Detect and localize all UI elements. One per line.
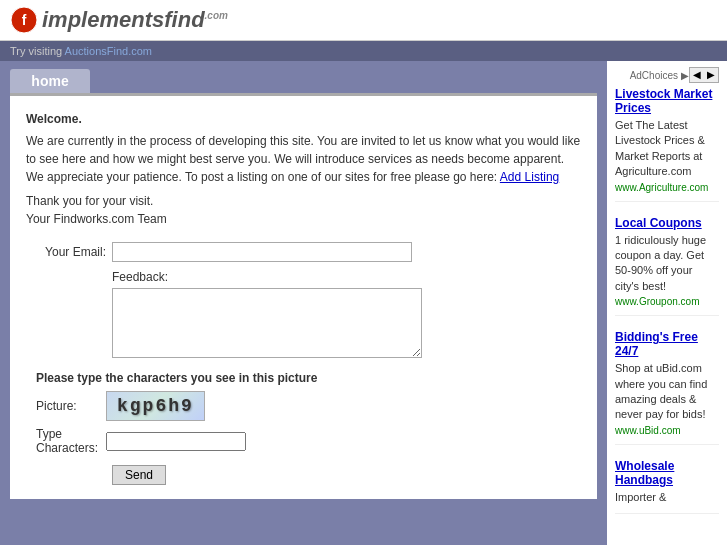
logo-com: .com xyxy=(205,10,228,21)
ad-desc-1: 1 ridiculously huge coupon a day. Get 50… xyxy=(615,234,706,292)
picture-row: Picture: kgp6h9 xyxy=(36,391,581,421)
ad-title-1[interactable]: Local Coupons xyxy=(615,216,719,230)
welcome-text: Welcome. We are currently in the process… xyxy=(26,110,581,228)
ad-url-1: www.Groupon.com xyxy=(615,296,719,307)
logo-wordmark: implementsfind xyxy=(42,7,205,32)
ad-desc-0: Get The Latest Livestock Prices & Market… xyxy=(615,119,705,177)
type-label: Type Characters: xyxy=(36,427,106,455)
captcha-section: Please type the characters you see in th… xyxy=(36,371,581,485)
main-layout: home Welcome. We are currently in the pr… xyxy=(0,61,727,545)
ad-title-3[interactable]: Wholesale Handbags xyxy=(615,459,719,487)
team-text: Your Findworks.com Team xyxy=(26,210,581,228)
type-label-text: Type Characters: xyxy=(36,427,98,455)
content-area: home Welcome. We are currently in the pr… xyxy=(0,61,607,545)
ad-nav: ◀ ▶ xyxy=(689,67,719,83)
email-input[interactable] xyxy=(112,242,412,262)
sidebar: AdChoices ▶ ◀ ▶ Livestock Market Prices … xyxy=(607,61,727,545)
ad-block-2: Bidding's Free 24/7 Shop at uBid.com whe… xyxy=(615,330,719,445)
feedback-area xyxy=(112,288,581,361)
svg-text:f: f xyxy=(22,12,27,28)
ad-desc-3: Importer & xyxy=(615,491,666,503)
navbar: Try visiting AuctionsFind.com xyxy=(0,41,727,61)
email-row: Your Email: xyxy=(26,242,581,262)
logo-area: f implementsfind.com xyxy=(10,6,228,34)
picture-label: Picture: xyxy=(36,399,106,413)
type-chars-row: Type Characters: xyxy=(36,427,581,455)
ad-choices-label: AdChoices xyxy=(630,70,678,81)
welcome-heading: Welcome. xyxy=(26,112,82,126)
logo-text: implementsfind.com xyxy=(42,7,228,33)
ad-url-0: www.Agriculture.com xyxy=(615,182,719,193)
captcha-title: Please type the characters you see in th… xyxy=(36,371,581,385)
feedback-label: Feedback: xyxy=(112,270,581,284)
email-label: Your Email: xyxy=(26,245,106,259)
feedback-form: Your Email: Feedback: Please type the ch… xyxy=(26,242,581,485)
captcha-input[interactable] xyxy=(106,432,246,451)
logo-icon: f xyxy=(10,6,38,34)
add-listing-link[interactable]: Add Listing xyxy=(500,170,559,184)
ad-url-2: www.uBid.com xyxy=(615,425,719,436)
ad-next-button[interactable]: ▶ xyxy=(704,68,718,82)
ad-desc-2: Shop at uBid.com where you can find amaz… xyxy=(615,362,707,420)
auctions-find-link[interactable]: AuctionsFind.com xyxy=(65,45,152,57)
ad-choices-row: AdChoices ▶ ◀ ▶ xyxy=(615,67,719,83)
ad-block-0: Livestock Market Prices Get The Latest L… xyxy=(615,87,719,202)
home-tab-label: home xyxy=(31,73,68,89)
navbar-text: Try visiting xyxy=(10,45,65,57)
ad-prev-button[interactable]: ◀ xyxy=(690,68,704,82)
ad-title-0[interactable]: Livestock Market Prices xyxy=(615,87,719,115)
ad-block-3: Wholesale Handbags Importer & xyxy=(615,459,719,514)
thank-you-text: Thank you for your visit. xyxy=(26,192,581,210)
send-button[interactable]: Send xyxy=(112,465,166,485)
captcha-image: kgp6h9 xyxy=(106,391,205,421)
body-text: We are currently in the process of devel… xyxy=(26,134,580,184)
content-box: Welcome. We are currently in the process… xyxy=(10,93,597,499)
home-tab: home xyxy=(10,69,90,93)
ad-choices-icon: ▶ xyxy=(681,70,689,81)
header: f implementsfind.com xyxy=(0,0,727,41)
ad-title-2[interactable]: Bidding's Free 24/7 xyxy=(615,330,719,358)
feedback-textarea[interactable] xyxy=(112,288,422,358)
ad-block-1: Local Coupons 1 ridiculously huge coupon… xyxy=(615,216,719,317)
